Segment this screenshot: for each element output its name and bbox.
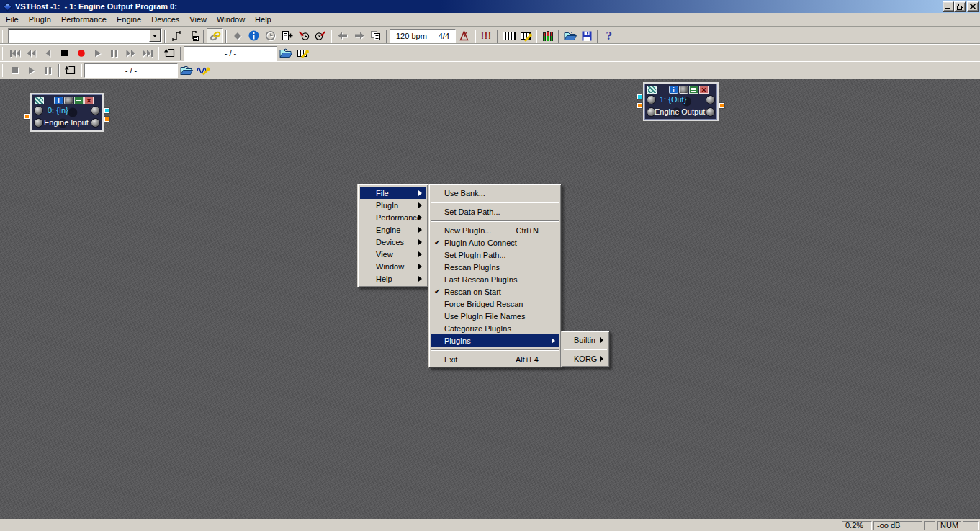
bank-copy-button[interactable]	[367, 28, 384, 44]
menu-item-set-data-path[interactable]: Set Data Path...	[431, 205, 559, 218]
input-pin[interactable]	[24, 113, 30, 120]
chain-toggle-button[interactable]	[207, 28, 223, 44]
wave-pause-button[interactable]	[40, 63, 56, 79]
midi-play-button[interactable]	[89, 45, 106, 61]
plugin-info-button[interactable]	[54, 97, 63, 104]
menubar-item-help[interactable]: Help	[250, 14, 277, 26]
menu-item-plugin-auto-connect[interactable]: PlugIn Auto-Connect	[431, 236, 559, 249]
plugin-knob[interactable]	[91, 106, 100, 115]
midi-record-button[interactable]	[73, 45, 89, 61]
menubar-item-plugin[interactable]: PlugIn	[24, 14, 56, 26]
context-menu-item-performance[interactable]: Performance	[360, 211, 426, 223]
output-pin[interactable]	[719, 102, 725, 109]
output-pin[interactable]	[104, 107, 110, 114]
keyboard-settings-button[interactable]	[517, 28, 534, 44]
menu-item-rescan-on-start[interactable]: Rescan on Start	[431, 285, 559, 298]
plugin-knob[interactable]	[91, 118, 100, 128]
plugin-close-button[interactable]	[699, 86, 709, 94]
toolbar-gripper[interactable]	[2, 30, 4, 43]
plugin-knob[interactable]	[706, 107, 715, 117]
plugin-program-button[interactable]	[689, 86, 698, 94]
context-menu-item-file[interactable]: File	[360, 187, 426, 199]
navigate-back-button[interactable]	[334, 28, 351, 44]
menubar-item-performance[interactable]: Performance	[56, 14, 112, 26]
keyboard-button[interactable]	[500, 28, 517, 44]
menu-item-categorize-plugins[interactable]: Categorize PlugIns	[431, 322, 559, 334]
input-pin[interactable]	[637, 94, 643, 100]
wave-loop-button[interactable]	[62, 63, 78, 79]
midi-forward-button[interactable]	[122, 45, 139, 61]
menu-item-plugins[interactable]: PlugIns	[431, 334, 559, 347]
menu-item-use-plugin-file-names[interactable]: Use PlugIn File Names	[431, 310, 559, 322]
wave-open-button[interactable]	[178, 63, 194, 79]
minimize-button[interactable]	[943, 1, 954, 12]
menu-item-korg[interactable]: KORG	[564, 352, 607, 365]
panic-button[interactable]: !!!	[478, 28, 495, 44]
plugin-knob[interactable]	[34, 118, 43, 128]
program-save-button[interactable]	[312, 28, 328, 44]
input-pin[interactable]	[637, 102, 643, 109]
midi-rewind-button[interactable]	[23, 45, 40, 61]
diamond-button[interactable]	[229, 28, 246, 44]
close-button[interactable]	[967, 1, 979, 12]
open-button[interactable]	[562, 28, 578, 44]
chain-insert-button[interactable]	[184, 28, 201, 44]
context-menu-item-plugin[interactable]: PlugIn	[360, 199, 426, 211]
plugin-chain-button[interactable]	[35, 97, 44, 104]
menu-item-force-bridged-rescan[interactable]: Force Bridged Rescan	[431, 298, 559, 310]
level-meter-button[interactable]	[539, 28, 556, 44]
program-list-button[interactable]	[279, 28, 295, 44]
wave-settings-button[interactable]	[194, 63, 211, 79]
midi-stop-button[interactable]	[56, 45, 73, 61]
plugin-knob[interactable]	[647, 95, 656, 104]
menu-item-rescan-plugins[interactable]: Rescan PlugIns	[431, 261, 559, 273]
midi-step-back-button[interactable]	[40, 45, 56, 61]
help-button[interactable]: ?	[601, 28, 617, 44]
context-menu-item-engine[interactable]: Engine	[360, 223, 426, 236]
menu-item-new-plugin[interactable]: New PlugIn...Ctrl+N	[431, 224, 559, 236]
midi-skip-start-button[interactable]	[6, 45, 23, 61]
metronome-button[interactable]	[456, 28, 472, 44]
plugin-select-combo[interactable]	[8, 28, 162, 43]
plugin-info-button[interactable]	[669, 86, 678, 94]
toolbar-gripper[interactable]	[2, 64, 4, 77]
midi-loop-button[interactable]	[161, 45, 178, 61]
titlebar[interactable]: VSTHost -1: - 1: Engine Output Program 0…	[0, 0, 980, 13]
toolbar-gripper[interactable]	[2, 47, 4, 60]
plugin-box-engine-input[interactable]: 0: {In} Engine Input	[30, 93, 104, 132]
plugin-chain-button[interactable]	[647, 86, 657, 94]
plugin-info-button[interactable]	[246, 28, 262, 44]
plugin-box-engine-output[interactable]: 1: {Out} Engine Output	[643, 82, 719, 121]
program-load-button[interactable]	[295, 28, 312, 44]
plugin-knob[interactable]	[706, 95, 715, 104]
restore-button[interactable]	[954, 1, 966, 12]
plugin-close-button[interactable]	[84, 97, 94, 104]
menubar-item-view[interactable]: View	[184, 14, 212, 26]
menubar-item-window[interactable]: Window	[212, 14, 250, 26]
wave-stop-button[interactable]	[6, 63, 23, 79]
menubar-item-file[interactable]: File	[1, 14, 24, 26]
menu-item-fast-rescan-plugins[interactable]: Fast Rescan PlugIns	[431, 273, 559, 285]
context-menu-item-devices[interactable]: Devices	[360, 236, 426, 248]
menu-item-set-plugin-path[interactable]: Set PlugIn Path...	[431, 249, 559, 261]
save-button[interactable]	[578, 28, 595, 44]
clock-button[interactable]	[262, 28, 279, 44]
context-menu-item-help[interactable]: Help	[360, 272, 426, 285]
context-menu-item-view[interactable]: View	[360, 248, 426, 260]
menubar-item-devices[interactable]: Devices	[146, 14, 184, 26]
midi-settings-button[interactable]	[294, 45, 310, 61]
menu-item-builtin[interactable]: Builtin	[564, 334, 607, 346]
plugin-knob-button[interactable]	[679, 86, 688, 94]
plugin-program-button[interactable]	[74, 97, 84, 104]
plugin-knob[interactable]	[34, 106, 43, 115]
menu-item-use-bank[interactable]: Use Bank...	[431, 187, 559, 199]
chain-after-button[interactable]	[168, 28, 184, 44]
combo-dropdown-button[interactable]	[149, 30, 161, 42]
context-menu-item-window[interactable]: Window	[360, 260, 426, 272]
output-pin[interactable]	[104, 116, 110, 122]
menubar-item-engine[interactable]: Engine	[112, 14, 146, 26]
menu-item-exit[interactable]: ExitAlt+F4	[431, 353, 559, 365]
midi-skip-end-button[interactable]	[139, 45, 156, 61]
wave-play-button[interactable]	[23, 63, 40, 79]
midi-open-button[interactable]	[277, 45, 294, 61]
